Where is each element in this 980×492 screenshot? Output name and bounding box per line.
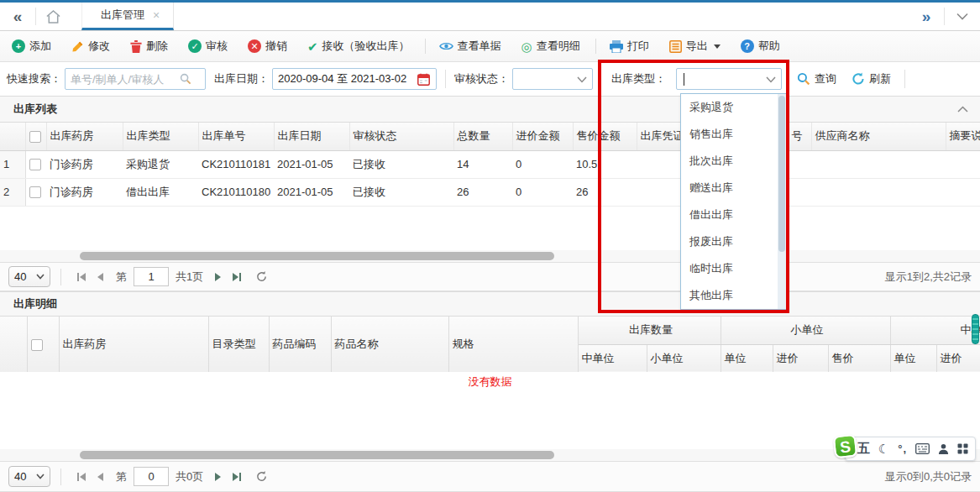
plus-circle-icon: +	[12, 39, 25, 53]
tab-list-menu-button[interactable]	[945, 3, 980, 30]
dropdown-option[interactable]: 临时出库	[681, 255, 786, 282]
col-cost[interactable]: 进价	[936, 344, 980, 372]
ime-punctuation-mode[interactable]: °,	[898, 442, 907, 455]
reload-icon[interactable]	[255, 270, 268, 283]
audit-status-select[interactable]	[512, 68, 593, 90]
col-date[interactable]: 出库日期	[274, 123, 349, 150]
expand-tabs-button[interactable]: »	[909, 3, 944, 30]
col-drug-code[interactable]: 药品编码	[269, 317, 331, 372]
col-spec[interactable]: 规格	[448, 317, 578, 372]
table-row[interactable]: 2 门诊药房 借出出库 CK210110180 2021-01-05 已接收 2…	[0, 178, 980, 206]
select-all-checkbox[interactable]	[31, 339, 43, 351]
date-range-field	[272, 68, 437, 90]
col-supplier[interactable]: 供应商名称	[811, 123, 946, 150]
scrollbar-thumb[interactable]	[80, 252, 554, 260]
receive-button[interactable]: ✔ 接收（验收出库）	[307, 39, 410, 54]
scrollbar-thumb[interactable]	[778, 96, 785, 252]
col-price[interactable]: 售价	[828, 344, 890, 372]
scrollbar-thumb[interactable]	[80, 451, 554, 459]
query-button[interactable]: 查询	[797, 71, 836, 86]
row-checkbox[interactable]	[29, 186, 41, 198]
trash-icon	[130, 40, 142, 53]
col-order-no[interactable]: 出库单号	[198, 123, 274, 150]
col-price-amount[interactable]: 售价金额	[573, 123, 637, 150]
col-cost-amount[interactable]: 进价金额	[512, 123, 573, 150]
next-page-button[interactable]	[215, 473, 221, 481]
view-document-button[interactable]: 查看单据	[439, 39, 501, 54]
col-unit[interactable]: 单位	[721, 344, 773, 372]
toolbox-grid-icon[interactable]	[957, 443, 968, 454]
user-icon[interactable]	[938, 443, 949, 455]
home-tab-button[interactable]	[36, 3, 70, 30]
row-checkbox[interactable]	[29, 159, 41, 170]
keyboard-icon[interactable]	[915, 443, 930, 454]
collapse-tabs-button[interactable]: «	[0, 3, 35, 30]
delete-button[interactable]: 删除	[130, 39, 168, 54]
outbound-list-grid: 出库药房 出库类型 出库单号 出库日期 审核状态 总数量 进价金额 售价金额 出…	[0, 123, 980, 250]
refresh-button[interactable]: 刷新	[852, 71, 891, 86]
next-page-button[interactable]	[215, 273, 221, 281]
view-detail-button[interactable]: ◎ 查看明细	[521, 39, 580, 54]
dropdown-option[interactable]: 批次出库	[681, 148, 786, 175]
col-drug-name[interactable]: 药品名称	[331, 317, 448, 372]
revoke-button[interactable]: ✕ 撤销	[248, 39, 287, 54]
dropdown-scrollbar[interactable]	[778, 94, 786, 309]
dropdown-option[interactable]: 采购退货	[681, 94, 786, 121]
edit-button[interactable]: 修改	[71, 39, 110, 54]
outbound-type-dropdown: 采购退货 销售出库 批次出库 赠送出库 借出出库 报废出库 临时出库 其他出库	[680, 93, 787, 310]
calendar-icon[interactable]	[417, 73, 430, 86]
check-icon: ✔	[307, 40, 318, 53]
col-catalog-type[interactable]: 目录类型	[208, 317, 269, 372]
table-row[interactable]: 1 门诊药房 采购退货 CK210110181 2021-01-05 已接收 1…	[0, 150, 980, 178]
close-icon[interactable]: ×	[153, 9, 160, 21]
quick-search-input[interactable]	[71, 73, 180, 86]
tab-outbound-management[interactable]: 出库管理 ×	[81, 3, 174, 30]
circle-dot-icon: ◎	[521, 40, 532, 53]
col-type[interactable]: 出库类型	[123, 123, 198, 150]
collapse-chevron-up-icon[interactable]	[957, 106, 968, 113]
print-button[interactable]: 打印	[610, 39, 649, 54]
col-qty-small-unit[interactable]: 小单位	[647, 344, 721, 372]
last-page-button[interactable]	[233, 473, 241, 481]
vertical-scrollbar-thumb[interactable]	[972, 314, 979, 344]
col-cost[interactable]: 进价	[773, 344, 828, 372]
dropdown-option[interactable]: 其他出库	[681, 282, 786, 309]
sogou-logo-icon[interactable]: S	[833, 434, 858, 459]
page-size-select[interactable]: 40	[8, 466, 50, 487]
page-number-input[interactable]	[134, 267, 169, 286]
page-number-input[interactable]	[134, 467, 169, 486]
tab-label: 出库管理	[101, 8, 144, 23]
first-page-button[interactable]	[77, 273, 86, 281]
divider	[425, 39, 426, 54]
col-unit[interactable]: 单位	[890, 344, 936, 372]
prev-page-button[interactable]	[97, 273, 103, 281]
prev-page-button[interactable]	[97, 473, 103, 481]
last-page-button[interactable]	[233, 273, 241, 281]
dropdown-option[interactable]: 报废出库	[681, 228, 786, 255]
page-size-select[interactable]: 40	[8, 266, 50, 287]
dropdown-option[interactable]: 赠送出库	[681, 175, 786, 202]
select-all-checkbox[interactable]	[29, 131, 41, 143]
first-page-button[interactable]	[77, 473, 86, 481]
dropdown-option[interactable]: 借出出库	[681, 202, 786, 228]
outbound-type-select[interactable]	[676, 68, 782, 90]
page-total: 共0页	[176, 469, 203, 484]
empty-data-message: 没有数据	[0, 374, 980, 390]
add-button[interactable]: + 添加	[12, 39, 51, 54]
col-partial-no[interactable]: 号	[788, 123, 811, 150]
date-range-input[interactable]	[278, 73, 417, 86]
col-audit-status[interactable]: 审核状态	[349, 123, 453, 150]
outbound-detail-grid: 出库药房 目录类型 药品编码 药品名称 规格 出库数量 小单位 中单位 中单位 …	[0, 317, 980, 372]
dropdown-option[interactable]: 销售出库	[681, 121, 786, 148]
col-qty-mid-unit[interactable]: 中单位	[578, 344, 647, 372]
col-pharmacy[interactable]: 出库药房	[46, 123, 123, 150]
help-button[interactable]: ? 帮助	[741, 39, 780, 54]
audit-button[interactable]: ✓ 审核	[188, 39, 228, 54]
export-button[interactable]: 导出	[669, 39, 721, 54]
moon-icon[interactable]: ☾	[878, 442, 889, 457]
ime-wubi-mode[interactable]: 五	[857, 441, 870, 457]
reload-icon[interactable]	[255, 470, 268, 483]
col-summary[interactable]: 摘要说明	[946, 123, 980, 150]
col-total-qty[interactable]: 总数量	[453, 123, 512, 150]
col-pharmacy[interactable]: 出库药房	[59, 317, 208, 372]
